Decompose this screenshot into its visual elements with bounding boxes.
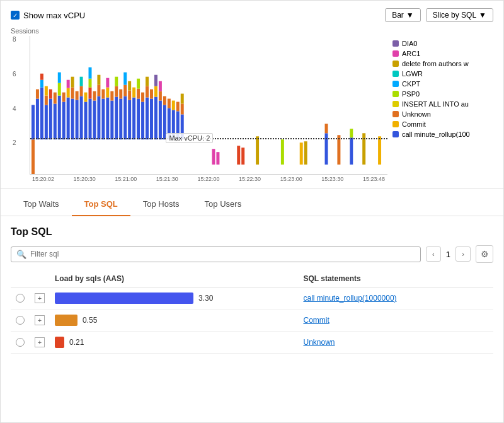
- load-bar-1: [55, 293, 193, 304]
- legend-label-call: call minute_rollup(100: [402, 130, 470, 138]
- svg-rect-11: [49, 90, 52, 99]
- svg-rect-84: [176, 102, 180, 112]
- tabs-row: Top Waits Top SQL Top Hosts Top Users: [11, 193, 493, 216]
- svg-rect-46: [110, 101, 113, 140]
- row-radio-3[interactable]: [16, 338, 25, 347]
- table-row: + 0.55 Commit: [11, 310, 493, 332]
- svg-rect-8: [45, 96, 48, 105]
- legend-label-delete: delete from authors w: [402, 60, 469, 67]
- svg-rect-32: [89, 99, 92, 140]
- sql-link-1[interactable]: call minute_rollup(1000000): [303, 294, 396, 303]
- bar-value-2: 0.55: [83, 316, 97, 325]
- tab-top-waits[interactable]: Top Waits: [11, 193, 72, 216]
- row-expand-cell-3[interactable]: +: [30, 332, 50, 354]
- svg-rect-26: [76, 91, 79, 100]
- chart-inner: 8 6 4 2 Max vCPU: 2: [30, 36, 387, 175]
- legend-item-psp0: PSP0: [392, 90, 493, 98]
- svg-rect-86: [181, 104, 184, 115]
- svg-rect-24: [71, 77, 74, 88]
- svg-rect-90: [237, 146, 240, 165]
- svg-rect-40: [97, 75, 100, 85]
- row-expand-cell-2[interactable]: +: [30, 310, 50, 332]
- chart-header: ✓ Show max vCPU Bar ▼ Slice by SQL ▼: [11, 8, 493, 22]
- svg-rect-5: [40, 80, 43, 88]
- svg-rect-89: [216, 152, 219, 165]
- svg-rect-54: [123, 85, 127, 96]
- show-max-vcpu-toggle[interactable]: ✓ Show max vCPU: [11, 11, 85, 20]
- row-radio-cell-3[interactable]: [11, 332, 30, 354]
- row-sql-cell-3[interactable]: Unknown: [298, 332, 493, 354]
- row-expand-btn-1[interactable]: +: [35, 293, 45, 303]
- row-load-cell-2: 0.55: [50, 310, 298, 332]
- svg-rect-66: [146, 98, 149, 140]
- row-radio-cell-2[interactable]: [11, 310, 30, 332]
- row-radio-1[interactable]: [16, 294, 25, 303]
- row-expand-btn-2[interactable]: +: [35, 315, 45, 325]
- svg-rect-59: [132, 98, 135, 140]
- bar-dropdown[interactable]: Bar ▼: [385, 8, 421, 22]
- tab-top-users[interactable]: Top Users: [192, 193, 255, 216]
- tab-top-sql[interactable]: Top SQL: [72, 193, 130, 216]
- next-page-button[interactable]: ›: [455, 246, 471, 262]
- prev-page-button[interactable]: ‹: [426, 246, 441, 262]
- chevron-down-icon: ▼: [479, 11, 486, 20]
- col-expand-header: [30, 270, 50, 287]
- sql-link-3[interactable]: Unknown: [303, 338, 335, 347]
- svg-rect-13: [54, 93, 57, 104]
- svg-rect-92: [256, 136, 259, 165]
- svg-rect-56: [128, 100, 131, 140]
- legend-item-call: call minute_rollup(100: [392, 130, 493, 138]
- search-box[interactable]: 🔍: [11, 246, 421, 262]
- svg-rect-80: [168, 99, 171, 108]
- bar-cell-1: 3.30: [55, 293, 293, 304]
- svg-rect-30: [84, 102, 88, 140]
- page-number: 1: [444, 250, 453, 259]
- legend-label-arc1: ARC1: [402, 50, 420, 57]
- legend-label-unknown: Unknown: [402, 110, 431, 118]
- svg-rect-48: [115, 97, 118, 140]
- row-sql-cell-2[interactable]: Commit: [298, 310, 493, 332]
- row-expand-btn-3[interactable]: +: [35, 337, 45, 347]
- svg-rect-63: [137, 79, 140, 89]
- row-sql-cell-1[interactable]: call minute_rollup(1000000): [298, 287, 493, 310]
- row-expand-cell-1[interactable]: +: [30, 287, 50, 310]
- svg-rect-42: [101, 90, 105, 99]
- svg-rect-102: [378, 136, 381, 165]
- tab-top-hosts[interactable]: Top Hosts: [130, 193, 192, 216]
- chart-section: ✓ Show max vCPU Bar ▼ Slice by SQL ▼ Ses…: [1, 1, 503, 189]
- legend-label-insert: INSERT ALL INTO au: [402, 100, 469, 108]
- topsql-title: Top SQL: [11, 226, 493, 238]
- legend-color-unknown: [392, 111, 399, 117]
- legend-color-psp0: [392, 91, 399, 97]
- bar-value-3: 0.21: [69, 338, 84, 347]
- svg-rect-18: [62, 93, 66, 102]
- row-radio-2[interactable]: [16, 316, 25, 325]
- legend-item-delete: delete from authors w: [392, 60, 493, 67]
- svg-rect-55: [123, 72, 127, 85]
- chart-canvas-wrap: Sessions 8 6 4 2 Max vCPU: 2: [11, 27, 387, 182]
- settings-button[interactable]: ⚙: [476, 245, 493, 263]
- sql-link-2[interactable]: Commit: [303, 316, 329, 325]
- svg-rect-88: [212, 149, 215, 165]
- max-vcpu-checkbox[interactable]: ✓: [11, 11, 20, 20]
- svg-rect-75: [159, 91, 162, 101]
- svg-rect-41: [101, 99, 105, 140]
- svg-rect-53: [123, 96, 127, 140]
- row-radio-cell-1[interactable]: [11, 287, 30, 310]
- legend-item-commit: Commit: [392, 120, 493, 128]
- col-load-header: Load by sqls (AAS): [50, 270, 298, 287]
- legend-item-arc1: ARC1: [392, 50, 493, 57]
- svg-rect-43: [106, 98, 109, 140]
- search-input[interactable]: [30, 250, 415, 258]
- load-bar-3: [55, 337, 64, 348]
- svg-rect-2: [36, 99, 39, 140]
- gear-icon: ⚙: [481, 249, 489, 259]
- legend-item-insert: INSERT ALL INTO au: [392, 100, 493, 108]
- slice-by-sql-dropdown[interactable]: Slice by SQL ▼: [426, 8, 493, 22]
- svg-rect-62: [137, 89, 140, 99]
- svg-rect-58: [128, 81, 131, 91]
- svg-rect-64: [141, 102, 144, 140]
- svg-rect-45: [106, 78, 109, 88]
- svg-rect-10: [49, 99, 52, 140]
- svg-rect-20: [67, 88, 70, 98]
